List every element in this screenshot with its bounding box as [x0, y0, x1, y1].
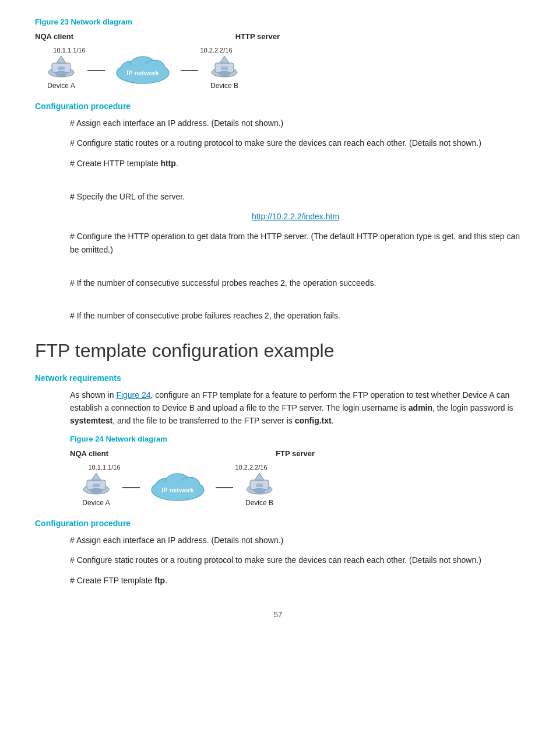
figure-23-label: Figure 23 Network diagram	[35, 18, 521, 26]
figure-24-link[interactable]: Figure 24	[116, 390, 150, 400]
svg-marker-18	[92, 473, 101, 480]
diagram-23-header: NQA client HTTP server	[35, 32, 280, 41]
ftp-big-heading: FTP template configuration example	[35, 340, 521, 362]
router-icon-a-23	[46, 55, 76, 79]
http-template-name-1: http	[160, 159, 175, 168]
device-a-label-24: Device A	[82, 499, 110, 507]
line-right-23	[181, 70, 198, 71]
svg-point-3	[55, 71, 67, 76]
svg-point-14	[219, 71, 230, 76]
diagram-23-container: 10.1.1.1/16 Device A	[35, 47, 280, 90]
page-number: 57	[35, 610, 521, 619]
svg-point-30	[254, 488, 265, 493]
http-server-label-23: HTTP server	[235, 32, 280, 41]
svg-text:IP network: IP network	[161, 487, 194, 494]
ftp-server-label-24: FTP server	[276, 449, 315, 458]
network-req-text: As shown in Figure 24, configure an FTP …	[70, 388, 521, 428]
figure-24-label: Figure 24 Network diagram	[70, 435, 521, 443]
svg-marker-13	[220, 56, 229, 63]
ftp-section: FTP template configuration example Figur…	[35, 340, 521, 507]
svg-rect-20	[93, 484, 100, 487]
svg-rect-4	[58, 66, 65, 70]
diagram-24-header: NQA client FTP server	[70, 449, 315, 458]
cloud-block-23: IP network	[111, 51, 175, 86]
ip-right-23: 10.2.2.2/16	[200, 47, 232, 54]
svg-marker-2	[57, 56, 66, 63]
router-icon-b-23	[209, 55, 240, 79]
network-requirements-heading: Network requirements	[35, 373, 521, 383]
device-a-block-23: 10.1.1.1/16 Device A	[35, 47, 87, 90]
ftp-template-name-2: ftp	[154, 576, 165, 585]
router-icon-b-24	[244, 472, 275, 496]
ip-left-23: 10.1.1.1/16	[53, 47, 85, 54]
ip-right-24: 10.2.2.2/16	[235, 464, 267, 471]
config-heading-1: Configuration procedure	[35, 102, 521, 111]
svg-rect-15	[221, 66, 228, 70]
line-left-24	[122, 487, 140, 488]
nqa-client-label-23: NQA client	[35, 32, 73, 41]
line-left-23	[87, 70, 105, 71]
device-b-block-23: 10.2.2.2/16 Device B	[198, 47, 251, 90]
cloud-block-24: IP network	[146, 468, 210, 503]
device-b-label-23: Device B	[210, 82, 238, 90]
svg-point-19	[90, 488, 102, 493]
nqa-client-label-24: NQA client	[70, 449, 108, 458]
router-icon-a-24	[81, 472, 111, 496]
figure-24-diagram: NQA client FTP server 10.1.1.1/16 Device…	[70, 449, 521, 507]
device-a-block-24: 10.1.1.1/16 Device A	[70, 464, 122, 507]
device-b-label-24: Device B	[245, 499, 273, 507]
cloud-icon-24: IP network	[146, 468, 210, 503]
device-a-label-23: Device A	[47, 82, 75, 90]
device-b-block-24: 10.2.2.2/16 Device B	[233, 464, 286, 507]
figure-23-section: Figure 23 Network diagram NQA client HTT…	[35, 18, 521, 90]
svg-marker-29	[255, 473, 264, 480]
config-step-1-1: # Assign each interface an IP address. (…	[70, 117, 521, 323]
cloud-icon-23: IP network	[111, 51, 175, 86]
config-procedure-2-section: Configuration procedure # Assign each in…	[35, 519, 521, 587]
svg-rect-31	[256, 484, 263, 487]
config-procedure-1-section: Configuration procedure # Assign each in…	[35, 102, 521, 323]
figure-23-diagram: NQA client HTTP server 10.1.1.1/16 Devic…	[35, 32, 521, 90]
config-heading-2: Configuration procedure	[35, 519, 521, 528]
svg-text:IP network: IP network	[126, 69, 159, 76]
config-steps-2: # Assign each interface an IP address. (…	[70, 534, 521, 587]
line-right-24	[216, 487, 233, 488]
url-link-1[interactable]: http://10.2.2.2/index.htm	[252, 212, 339, 221]
ip-left-24: 10.1.1.1/16	[88, 464, 120, 471]
diagram-24-container: 10.1.1.1/16 Device A	[70, 464, 315, 507]
figure-24-section: Figure 24 Network diagram NQA client FTP…	[70, 435, 521, 507]
